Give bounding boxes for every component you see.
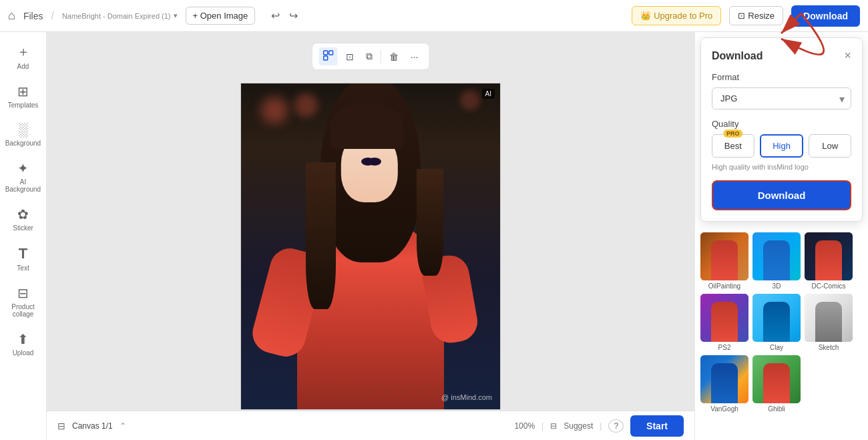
3d-label: 3D xyxy=(773,282,781,290)
vangogh-thumb xyxy=(700,355,748,403)
home-icon[interactable]: ⌂ xyxy=(8,9,15,23)
svg-rect-1 xyxy=(329,51,333,55)
canvas-image-wrapper[interactable]: AI @ insMind.com ↺ xyxy=(240,83,501,410)
undo-button[interactable]: ↩ xyxy=(268,7,282,25)
quality-label: Quality xyxy=(712,119,851,129)
watermark: @ insMind.com xyxy=(441,393,492,401)
suggest-label[interactable]: Suggest xyxy=(564,421,593,431)
text-icon: T xyxy=(19,245,27,262)
light-1 xyxy=(261,97,288,124)
figure-hair-top xyxy=(331,102,404,149)
resize-icon: ⊡ xyxy=(738,11,745,21)
style-vangogh[interactable]: VanGogh xyxy=(700,355,748,413)
sidebar-item-background[interactable]: ░ Background xyxy=(3,117,43,152)
style-row-2: PS2 Clay Sketch xyxy=(700,294,863,351)
sketch-thumb xyxy=(805,294,853,342)
style-section: OilPainting 3D DC- xyxy=(695,227,868,422)
popup-header: Download × xyxy=(712,49,851,63)
light-3 xyxy=(460,90,480,110)
breadcrumb-divider: / xyxy=(51,10,53,22)
light-2 xyxy=(294,93,318,117)
right-panel: Download × Format JPG PNG WEBP ▾ Quality… xyxy=(694,32,868,440)
toolbar-divider xyxy=(381,50,381,63)
quality-best-button[interactable]: PRO Best xyxy=(712,134,754,158)
figure-hair-side-left xyxy=(306,162,336,309)
quality-note: High quality with insMind logo xyxy=(712,163,851,171)
sidebar-item-product-collage[interactable]: ⊟ Product collage xyxy=(3,280,43,323)
ghibli-label: Ghibli xyxy=(768,405,785,413)
sidebar-item-sticker[interactable]: ✿ Sticker xyxy=(3,201,43,237)
expand-icon[interactable]: ⌃ xyxy=(120,421,126,431)
redo-button[interactable]: ↪ xyxy=(286,7,300,25)
dccomics-label: DC-Comics xyxy=(811,282,845,290)
crown-icon: 👑 xyxy=(640,11,651,21)
more-options-button[interactable]: ··· xyxy=(407,49,423,65)
sticker-icon: ✿ xyxy=(17,206,29,222)
format-select[interactable]: JPG PNG WEBP xyxy=(712,87,851,109)
main-layout: ＋ Add ⊞ Templates ░ Background ✦ AI Back… xyxy=(0,32,868,440)
sidebar-item-templates[interactable]: ⊞ Templates xyxy=(3,78,43,114)
suggest-icon: ⊟ xyxy=(550,421,557,431)
copy-tool-button[interactable]: ⧉ xyxy=(362,48,377,65)
ps2-thumb xyxy=(700,294,748,342)
3d-thumb xyxy=(752,232,801,280)
clay-label: Clay xyxy=(770,344,783,351)
style-dccomics[interactable]: DC-Comics xyxy=(805,232,853,290)
ai-background-icon: ✦ xyxy=(17,160,29,176)
divider-2: | xyxy=(600,421,602,431)
download-popup: Download × Format JPG PNG WEBP ▾ Quality… xyxy=(700,37,863,222)
canvas-toolbar: ⊡ ⧉ 🗑 ··· xyxy=(312,43,430,70)
format-select-wrapper: JPG PNG WEBP ▾ xyxy=(712,87,851,109)
sidebar-item-background-label: Background xyxy=(5,140,41,147)
templates-icon: ⊞ xyxy=(17,83,29,99)
sidebar-item-product-collage-label: Product collage xyxy=(7,303,39,318)
style-row-1: OilPainting 3D DC- xyxy=(700,232,863,290)
ai-badge: AI xyxy=(482,89,495,99)
files-link[interactable]: Files xyxy=(23,11,43,21)
select-tool-button[interactable] xyxy=(319,47,338,65)
vangogh-label: VanGogh xyxy=(710,405,738,413)
select-icon xyxy=(323,50,334,61)
style-oilpainting[interactable]: OilPainting xyxy=(700,232,748,290)
sidebar-item-add[interactable]: ＋ Add xyxy=(3,37,43,75)
canvas-area: ⊡ ⧉ 🗑 ··· xyxy=(47,32,694,440)
help-button[interactable]: ? xyxy=(608,419,624,433)
project-name[interactable]: NameBright - Domain Expired (1) ▾ xyxy=(62,11,178,20)
sidebar-item-ai-background-label: AI Background xyxy=(5,178,41,193)
pro-badge: PRO xyxy=(723,130,743,138)
upload-icon: ⬆ xyxy=(17,331,29,347)
sidebar-item-text-label: Text xyxy=(17,264,29,272)
delete-tool-button[interactable]: 🗑 xyxy=(385,49,403,65)
quality-low-button[interactable]: Low xyxy=(809,134,851,158)
sidebar-item-upload[interactable]: ⬆ Upload xyxy=(3,326,43,362)
crop-tool-button[interactable]: ⊡ xyxy=(342,49,358,65)
sidebar-item-ai-background[interactable]: ✦ AI Background xyxy=(3,155,43,198)
style-row-3: VanGogh Ghibli xyxy=(700,355,863,413)
open-image-button[interactable]: + Open Image xyxy=(186,7,256,25)
sidebar-item-text[interactable]: T Text xyxy=(3,240,43,277)
format-label: Format xyxy=(712,72,851,82)
quality-high-button[interactable]: High xyxy=(760,134,804,158)
download-popup-button[interactable]: Download xyxy=(712,180,851,210)
popup-close-button[interactable]: × xyxy=(844,49,851,63)
figure-hair-side-right xyxy=(417,169,443,276)
dccomics-thumb xyxy=(805,232,853,280)
layers-icon: ⊟ xyxy=(57,421,65,431)
ps2-label: PS2 xyxy=(718,344,731,351)
popup-title: Download xyxy=(712,50,763,62)
style-clay[interactable]: Clay xyxy=(752,294,801,351)
ghibli-thumb xyxy=(752,355,801,403)
style-3d[interactable]: 3D xyxy=(752,232,801,290)
upgrade-button[interactable]: 👑 Upgrade to Pro xyxy=(632,6,721,25)
zoom-label: 100% xyxy=(514,421,535,431)
resize-button[interactable]: ⊡ Resize xyxy=(729,6,783,25)
download-top-button[interactable]: Download xyxy=(791,5,860,27)
start-button[interactable]: Start xyxy=(630,415,684,437)
style-ghibli[interactable]: Ghibli xyxy=(752,355,801,413)
style-ps2[interactable]: PS2 xyxy=(700,294,748,351)
sidebar-item-templates-label: Templates xyxy=(8,101,39,109)
oilpainting-label: OilPainting xyxy=(708,282,740,290)
style-sketch[interactable]: Sketch xyxy=(805,294,853,351)
canvas-label: Canvas 1/1 xyxy=(72,421,113,431)
left-sidebar: ＋ Add ⊞ Templates ░ Background ✦ AI Back… xyxy=(0,32,47,440)
